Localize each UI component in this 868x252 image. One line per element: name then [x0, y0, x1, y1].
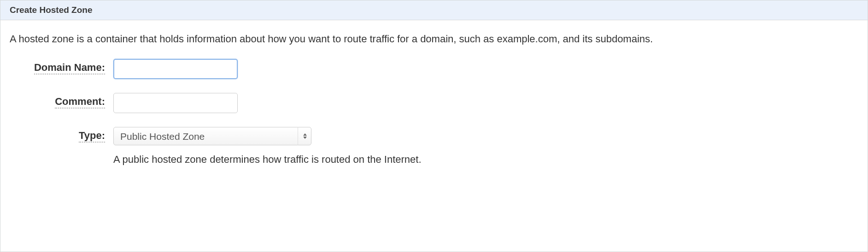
panel-title: Create Hosted Zone: [0, 0, 868, 20]
panel-description: A hosted zone is a container that holds …: [0, 20, 868, 50]
type-help-text: A public hosted zone determines how traf…: [113, 154, 858, 166]
type-select[interactable]: Public Hosted Zone: [113, 127, 311, 145]
create-hosted-zone-panel: Create Hosted Zone A hosted zone is a co…: [0, 0, 868, 252]
comment-input[interactable]: [113, 93, 238, 113]
type-label: Type:: [10, 127, 113, 142]
comment-label: Comment:: [10, 93, 113, 108]
domain-name-label: Domain Name:: [10, 59, 113, 74]
type-select-wrap: Public Hosted Zone: [113, 127, 311, 145]
form-area: Domain Name: Comment: Type: Public Hoste…: [0, 50, 868, 189]
domain-name-input[interactable]: [113, 59, 238, 79]
type-row: Type: Public Hosted Zone A public hosted…: [10, 127, 858, 166]
comment-row: Comment:: [10, 93, 858, 113]
domain-name-row: Domain Name:: [10, 59, 858, 79]
